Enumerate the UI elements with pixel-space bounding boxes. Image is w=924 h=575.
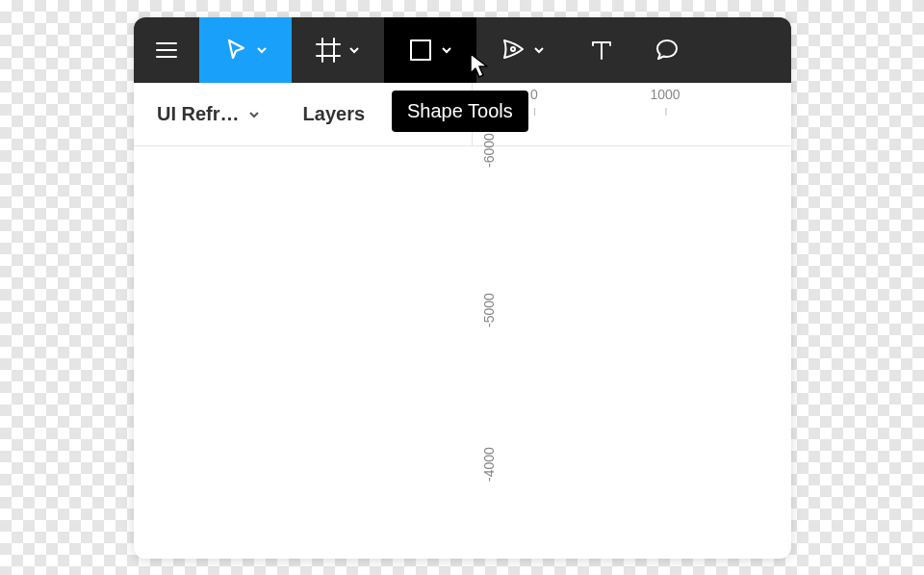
text-tool-button[interactable]: [569, 17, 634, 83]
layers-tab[interactable]: Layers: [303, 103, 366, 125]
pen-icon: [500, 37, 526, 64]
ruler-tick: 0: [530, 87, 538, 102]
toolbar: [134, 17, 791, 83]
chevron-down-icon[interactable]: [255, 43, 269, 57]
app-window: UI Refr… Layers 0 1000 -6000 -5000 -4000: [134, 17, 791, 559]
menu-button[interactable]: [134, 17, 199, 83]
chevron-down-icon[interactable]: [440, 43, 453, 57]
shape-tool-button[interactable]: [384, 17, 476, 83]
pointer-icon: [222, 37, 249, 64]
svg-rect-0: [411, 40, 430, 60]
document-name: UI Refr…: [157, 103, 240, 125]
ruler-tick: -6000: [481, 133, 497, 168]
frame-tool-button[interactable]: [292, 17, 384, 83]
ruler-tick: -4000: [481, 447, 497, 482]
document-switcher[interactable]: UI Refr…: [157, 103, 261, 125]
hamburger-icon: [153, 37, 180, 64]
move-tool-button[interactable]: [199, 17, 292, 83]
frame-icon: [315, 37, 342, 64]
ruler-tick: 1000: [650, 87, 680, 102]
svg-point-1: [511, 47, 515, 51]
shape-tool-tooltip: Shape Tools: [392, 91, 528, 132]
rectangle-icon: [407, 37, 434, 64]
comment-icon: [654, 37, 680, 64]
pen-tool-button[interactable]: [476, 17, 569, 83]
ruler-tick: -5000: [481, 293, 497, 327]
chevron-down-icon[interactable]: [347, 43, 361, 57]
comment-tool-button[interactable]: [634, 17, 700, 83]
text-icon: [588, 37, 615, 64]
chevron-down-icon: [247, 108, 261, 121]
chevron-down-icon[interactable]: [532, 43, 546, 57]
